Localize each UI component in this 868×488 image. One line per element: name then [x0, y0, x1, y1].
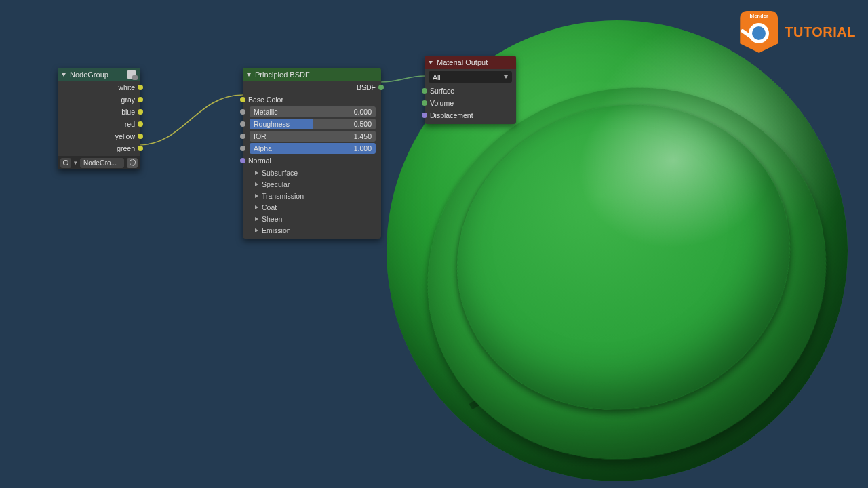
section-transmission[interactable]: Transmission: [243, 190, 381, 201]
section-coat[interactable]: Coat: [243, 201, 381, 213]
alpha-slider[interactable]: Alpha1.000: [250, 143, 376, 154]
output-gray[interactable]: gray: [58, 94, 140, 106]
collapse-icon[interactable]: [247, 73, 251, 77]
input-alpha[interactable]: Alpha1.000: [243, 142, 381, 155]
output-blue[interactable]: blue: [58, 106, 140, 118]
input-metallic[interactable]: Metallic0.000: [243, 106, 381, 118]
section-sheen[interactable]: Sheen: [243, 213, 381, 224]
roughness-slider[interactable]: Roughness0.500: [250, 119, 376, 129]
target-dropdown[interactable]: All: [429, 71, 512, 83]
nodegroup-edit-icon[interactable]: [127, 70, 136, 79]
tutorial-label: TUTORIAL: [785, 24, 856, 40]
output-green[interactable]: green: [58, 142, 140, 155]
output-red[interactable]: red: [58, 118, 140, 130]
ior-slider[interactable]: IOR1.450: [250, 131, 376, 142]
collapse-icon[interactable]: [62, 73, 66, 77]
nodegroup-picker[interactable]: ▾ NodeGro...: [58, 156, 140, 169]
nodegroup-name-field[interactable]: NodeGro...: [80, 158, 124, 168]
node-principled-bsdf[interactable]: Principled BSDF BSDF Base Color Metallic…: [243, 68, 381, 239]
metallic-slider[interactable]: Metallic0.000: [250, 106, 376, 117]
tutorial-badge: blender TUTORIAL: [740, 11, 856, 53]
node-header[interactable]: NodeGroup: [58, 68, 140, 81]
section-specular[interactable]: Specular: [243, 178, 381, 190]
output-yellow[interactable]: yellow: [58, 130, 140, 142]
node-title: Principled BSDF: [255, 70, 310, 79]
node-title: Material Output: [437, 58, 488, 66]
input-displacement[interactable]: Displacement: [425, 109, 516, 121]
node-title: NodeGroup: [70, 70, 108, 79]
node-header[interactable]: Material Output: [425, 56, 516, 69]
output-bsdf[interactable]: BSDF: [243, 81, 381, 94]
output-white[interactable]: white: [58, 81, 140, 94]
section-emission[interactable]: Emission: [243, 224, 381, 236]
input-base-color[interactable]: Base Color: [243, 94, 381, 106]
collapse-icon[interactable]: [429, 61, 433, 64]
input-normal[interactable]: Normal: [243, 155, 381, 167]
input-volume[interactable]: Volume: [425, 97, 516, 109]
input-roughness[interactable]: Roughness0.500: [243, 118, 381, 130]
node-material-output[interactable]: Material Output All Surface Volume Displ…: [425, 56, 516, 124]
svg-point-0: [64, 161, 68, 165]
input-ior[interactable]: IOR1.450: [243, 130, 381, 142]
node-nodegroup[interactable]: NodeGroup white gray blue red yellow gre…: [58, 68, 140, 169]
input-surface[interactable]: Surface: [425, 85, 516, 97]
chevron-down-icon: [504, 75, 508, 79]
section-subsurface[interactable]: Subsurface: [243, 167, 381, 178]
node-header[interactable]: Principled BSDF: [243, 68, 381, 81]
shield-icon[interactable]: [127, 158, 138, 168]
blender-logo: blender: [740, 11, 778, 53]
browse-nodegroup-icon[interactable]: [60, 158, 71, 168]
